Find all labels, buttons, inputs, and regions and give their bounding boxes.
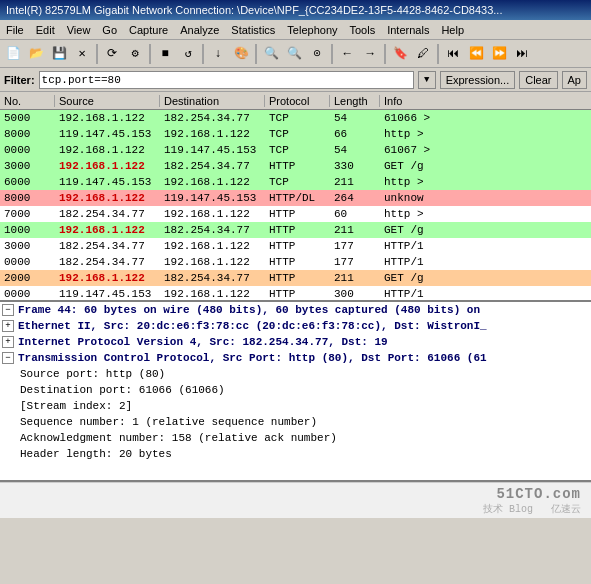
detail-section-frame[interactable]: −Frame 44: 60 bytes on wire (480 bits), …	[0, 302, 591, 318]
table-row[interactable]: 0000192.168.1.122119.147.45.153TCP546106…	[0, 142, 591, 158]
menu-capture[interactable]: Capture	[123, 22, 174, 38]
cell-dst: 182.254.34.77	[160, 224, 265, 236]
cell-no: 3000	[0, 160, 55, 172]
cell-src: 192.168.1.122	[55, 112, 160, 124]
capture-options-btn[interactable]: ⚙	[124, 43, 146, 65]
expression-button[interactable]: Expression...	[440, 71, 516, 89]
menu-view[interactable]: View	[61, 22, 97, 38]
last-btn[interactable]: ⏭	[511, 43, 533, 65]
detail-section-ethernet[interactable]: +Ethernet II, Src: 20:dc:e6:f3:78:cc (20…	[0, 318, 591, 334]
table-row[interactable]: 3000182.254.34.77192.168.1.122HTTP177HTT…	[0, 238, 591, 254]
open-btn[interactable]: 📂	[25, 43, 47, 65]
menu-statistics[interactable]: Statistics	[225, 22, 281, 38]
sep4	[255, 44, 257, 64]
cell-info: HTTP/1	[380, 256, 591, 268]
first-btn[interactable]: ⏮	[442, 43, 464, 65]
zoom-in-btn[interactable]: 🔍	[260, 43, 282, 65]
detail-section-ip[interactable]: +Internet Protocol Version 4, Src: 182.2…	[0, 334, 591, 350]
cell-no: 0000	[0, 144, 55, 156]
table-row[interactable]: 7000182.254.34.77192.168.1.122HTTP60http…	[0, 206, 591, 222]
next-btn[interactable]: →	[359, 43, 381, 65]
clear-button[interactable]: Clear	[519, 71, 557, 89]
cell-proto: HTTP	[265, 240, 330, 252]
cell-src: 192.168.1.122	[55, 272, 160, 284]
cell-len: 211	[330, 176, 380, 188]
expand-icon-ethernet[interactable]: +	[2, 320, 14, 332]
normal-size-btn[interactable]: ⊙	[306, 43, 328, 65]
table-row[interactable]: 5000192.168.1.122182.254.34.77TCP5461066…	[0, 110, 591, 126]
reload-btn[interactable]: ⟳	[101, 43, 123, 65]
color-rules-btn[interactable]: 🖊	[412, 43, 434, 65]
sep3	[202, 44, 204, 64]
cell-dst: 192.168.1.122	[160, 176, 265, 188]
filter-input[interactable]	[39, 71, 414, 89]
zoom-out-btn[interactable]: 🔍	[283, 43, 305, 65]
cell-proto: HTTP	[265, 208, 330, 220]
cell-src: 182.254.34.77	[55, 208, 160, 220]
restart-btn[interactable]: ↺	[177, 43, 199, 65]
menu-help[interactable]: Help	[435, 22, 470, 38]
cell-dst: 119.147.45.153	[160, 192, 265, 204]
stop-btn[interactable]: ■	[154, 43, 176, 65]
menu-telephony[interactable]: Telephony	[281, 22, 343, 38]
expand-icon-ip[interactable]: +	[2, 336, 14, 348]
menu-bar: File Edit View Go Capture Analyze Statis…	[0, 20, 591, 40]
table-row[interactable]: 3000192.168.1.122182.254.34.77HTTP330GET…	[0, 158, 591, 174]
table-row[interactable]: 8000192.168.1.122119.147.45.153HTTP/DL26…	[0, 190, 591, 206]
cell-info: http >	[380, 176, 591, 188]
cell-dst: 192.168.1.122	[160, 256, 265, 268]
expand-icon-tcp[interactable]: −	[2, 352, 14, 364]
cell-no: 5000	[0, 112, 55, 124]
prev-btn[interactable]: ←	[336, 43, 358, 65]
next-packet-btn[interactable]: ⏩	[488, 43, 510, 65]
sep6	[384, 44, 386, 64]
table-row[interactable]: 1000192.168.1.122182.254.34.77HTTP211GET…	[0, 222, 591, 238]
cell-src: 182.254.34.77	[55, 256, 160, 268]
prev-packet-btn[interactable]: ⏪	[465, 43, 487, 65]
table-row[interactable]: 6000119.147.45.153192.168.1.122TCP211htt…	[0, 174, 591, 190]
watermark-logo: 51CTO.com 技术 Blog 亿速云	[483, 485, 581, 516]
watermark-blog: 技术 Blog 亿速云	[483, 503, 581, 516]
close-btn[interactable]: ✕	[71, 43, 93, 65]
menu-go[interactable]: Go	[96, 22, 123, 38]
cell-dst: 192.168.1.122	[160, 288, 265, 300]
cell-dst: 192.168.1.122	[160, 208, 265, 220]
packet-rows-container: 5000192.168.1.122182.254.34.77TCP5461066…	[0, 110, 591, 302]
detail-section-tcp[interactable]: −Transmission Control Protocol, Src Port…	[0, 350, 591, 366]
table-row[interactable]: 2000192.168.1.122182.254.34.77HTTP211GET…	[0, 270, 591, 286]
cell-no: 0000	[0, 256, 55, 268]
table-row[interactable]: 0000182.254.34.77192.168.1.122HTTP177HTT…	[0, 254, 591, 270]
cell-dst: 119.147.45.153	[160, 144, 265, 156]
sep5	[331, 44, 333, 64]
cell-src: 192.168.1.122	[55, 160, 160, 172]
cell-src: 182.254.34.77	[55, 240, 160, 252]
save-btn[interactable]: 💾	[48, 43, 70, 65]
col-header-dest: Destination	[160, 95, 265, 107]
colorize-btn[interactable]: 🎨	[230, 43, 252, 65]
table-row[interactable]: 8000119.147.45.153192.168.1.122TCP66http…	[0, 126, 591, 142]
filter-exp-btn[interactable]: 🔖	[389, 43, 411, 65]
menu-internals[interactable]: Internals	[381, 22, 435, 38]
cell-info: GET /g	[380, 224, 591, 236]
apply-button[interactable]: Ap	[562, 71, 587, 89]
menu-file[interactable]: File	[0, 22, 30, 38]
menu-tools[interactable]: Tools	[344, 22, 382, 38]
expand-icon-frame[interactable]: −	[2, 304, 14, 316]
cell-no: 6000	[0, 176, 55, 188]
filter-dropdown[interactable]: ▼	[418, 71, 436, 89]
col-header-no: No.	[0, 95, 55, 107]
table-row[interactable]: 0000119.147.45.153192.168.1.122HTTP300HT…	[0, 286, 591, 302]
detail-label-frame: Frame 44: 60 bytes on wire (480 bits), 6…	[18, 304, 480, 316]
cell-len: 60	[330, 208, 380, 220]
menu-edit[interactable]: Edit	[30, 22, 61, 38]
detail-subrow: Sequence number: 1 (relative sequence nu…	[0, 414, 591, 430]
cell-dst: 192.168.1.122	[160, 240, 265, 252]
menu-analyze[interactable]: Analyze	[174, 22, 225, 38]
detail-subrow: Source port: http (80)	[0, 366, 591, 382]
cell-no: 0000	[0, 288, 55, 300]
scroll-autoscroll-btn[interactable]: ↓	[207, 43, 229, 65]
cell-dst: 182.254.34.77	[160, 160, 265, 172]
cell-proto: TCP	[265, 176, 330, 188]
new-capture-btn[interactable]: 📄	[2, 43, 24, 65]
cell-src: 192.168.1.122	[55, 192, 160, 204]
